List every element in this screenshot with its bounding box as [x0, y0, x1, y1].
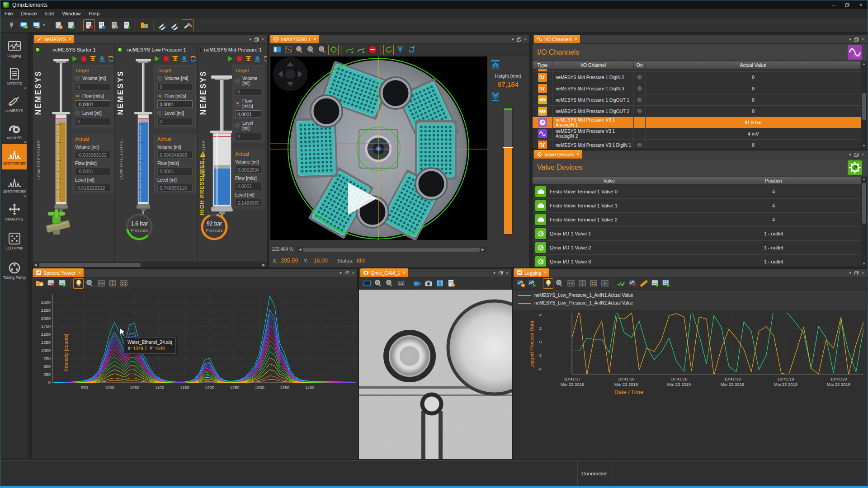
radio-button[interactable] [157, 94, 162, 99]
syr-red-icon[interactable] [169, 19, 181, 31]
table-row[interactable]: Festo Valve Terminal 1 Valve 2 4 [533, 213, 861, 227]
table-row[interactable]: neMESYS Mid Pressure 1 DigIN 2 0 [533, 72, 861, 83]
panel-menu-icon[interactable]: ▾ [493, 271, 495, 275]
on-indicator[interactable] [637, 109, 642, 113]
empty-button[interactable] [254, 55, 261, 62]
close-icon[interactable]: × [862, 152, 864, 157]
valve-table-header[interactable]: ValvePosition [533, 177, 861, 185]
rotate-ccw-icon[interactable] [406, 45, 416, 55]
sidebar-item-led-array[interactable]: LED Array [2, 229, 27, 254]
target-volume-input[interactable] [235, 88, 261, 96]
chart-del-icon[interactable] [627, 278, 637, 289]
restore-button[interactable] [840, 0, 854, 9]
menu-window[interactable]: Window [58, 11, 85, 16]
restore-icon[interactable] [345, 271, 349, 275]
panel-menu-icon[interactable]: ▾ [340, 271, 342, 275]
close-icon[interactable]: × [544, 270, 547, 275]
img-exp-icon[interactable] [57, 278, 67, 289]
table-row[interactable]: Qmix I/O 1 Valve 3 1 - outlet [533, 255, 861, 267]
radio-button[interactable] [235, 79, 240, 84]
table-row[interactable]: 01 neMESYS Mid Pressure 1 DigOUT 2 0 [533, 106, 861, 117]
menu-help[interactable]: Help [85, 11, 104, 16]
close-icon[interactable]: × [524, 37, 527, 42]
fit-all-icon[interactable] [588, 278, 599, 289]
fit-plus-icon[interactable] [599, 278, 610, 289]
close-icon[interactable]: × [78, 270, 81, 275]
tab-camera[interactable]: Qmix_CAM_1× [360, 268, 408, 277]
target-level-input[interactable] [235, 133, 261, 141]
move-down-icon[interactable] [490, 91, 527, 103]
radio-button[interactable] [75, 94, 80, 99]
radio-button[interactable] [75, 76, 80, 81]
valve-vscrollbar[interactable]: ▲▼ [861, 177, 867, 267]
tab-rotaxys360[interactable]: 360rotAXYS360 1× [270, 35, 319, 43]
chart-play-icon[interactable] [527, 278, 537, 289]
sidebar-item-nemaxys[interactable]: neMAXYS [2, 199, 27, 225]
monitor-open-icon[interactable] [31, 19, 42, 31]
play-button[interactable] [71, 55, 79, 62]
play-button[interactable] [226, 55, 234, 62]
fit-h-icon[interactable] [107, 278, 118, 289]
sidebar-item-scripting[interactable]: Scripting [2, 64, 27, 89]
io-vscrollbar[interactable]: ▲▼ [861, 61, 867, 149]
logging-chart[interactable]: 10:41:17 Mai 23 2019 10:41:18 Mai 23 201… [513, 310, 867, 458]
target-flow-input[interactable] [75, 100, 110, 108]
zoom-in-icon[interactable] [306, 45, 316, 55]
doc-green-icon[interactable] [121, 19, 133, 31]
table-row[interactable]: neMESYS Mid Pressure V3 1 AnalogIN 1 91.… [533, 117, 861, 128]
table-row[interactable]: neMESYS Mid Pressure 1 DigIN 3 0 [533, 83, 861, 94]
table-row[interactable]: Qmix I/O 1 Valve 2 1 - outlet [533, 241, 861, 255]
menu-edit[interactable]: Edit [41, 11, 58, 16]
menu-file[interactable]: File [0, 11, 17, 16]
check2-icon[interactable] [616, 278, 626, 289]
sidebar-item-spectroscopy-2[interactable]: Spectroscopy [2, 172, 27, 197]
close-icon[interactable]: × [862, 37, 864, 42]
table-exp-icon[interactable] [661, 278, 671, 289]
rotaxys-hscrollbar[interactable]: ◀▶ [297, 247, 486, 252]
doc-red-icon[interactable] [83, 19, 95, 31]
sync-button[interactable] [107, 55, 115, 62]
refill-button[interactable] [89, 55, 97, 62]
lamp-icon[interactable] [543, 278, 553, 289]
path-add-icon[interactable] [344, 45, 355, 55]
videocam-icon[interactable] [412, 278, 422, 289]
zoom-blue-icon[interactable] [554, 278, 565, 289]
refill-button[interactable] [171, 55, 179, 62]
zoom-in-icon[interactable] [373, 278, 383, 289]
table-row[interactable]: neMESYS Mid Pressure V3 1 AnalogIN 2 4 m… [533, 128, 861, 140]
height-slider[interactable] [504, 108, 513, 235]
tab-valve-devices[interactable]: Valve Devices× [534, 150, 582, 159]
folder-add-icon[interactable] [34, 278, 45, 289]
tab-nemesys[interactable]: neMESYS× [34, 35, 74, 43]
target-volume-input[interactable] [157, 83, 193, 91]
stop-button[interactable] [162, 55, 170, 62]
close-icon[interactable]: × [577, 152, 580, 157]
path-add2-icon[interactable] [356, 45, 366, 55]
menu-device[interactable]: Device [17, 11, 41, 16]
plug-icon[interactable] [5, 19, 17, 31]
sidebar-item-tubing-pump[interactable]: Tubing Pump [2, 258, 27, 283]
table-row[interactable]: 01 neMESYS Mid Pressure 1 DigOUT 1 0 [533, 94, 861, 106]
radio-button[interactable] [157, 111, 162, 116]
zoom-out-icon[interactable] [317, 45, 327, 55]
img-exp-icon[interactable] [650, 278, 660, 289]
doc-blue-icon[interactable] [96, 19, 108, 31]
io-table-header[interactable]: TypeI/O Channel▲OnActual Value [533, 61, 861, 69]
table-row[interactable]: Qmix I/O 1 Valve 1 1 - outlet [533, 227, 861, 241]
move-top-icon[interactable] [395, 45, 405, 55]
rotary-table-view[interactable] [270, 56, 487, 240]
img-del-icon[interactable] [46, 278, 56, 289]
minimize-button[interactable]: – [827, 0, 840, 9]
folder-media-icon[interactable] [139, 19, 151, 31]
target-flow-input[interactable] [235, 110, 261, 118]
table-row[interactable]: neMESYS Mid Pressure V3 1 DigIN 1 0 [533, 140, 861, 149]
wizard-icon[interactable] [182, 19, 193, 31]
marquee-icon[interactable] [283, 45, 293, 55]
on-indicator[interactable] [637, 75, 642, 80]
restore-icon[interactable] [255, 38, 259, 42]
settings-icon[interactable] [446, 278, 456, 289]
sidebar-item-nemesys[interactable]: neMESYS [2, 91, 27, 116]
zoom-out-icon[interactable] [384, 278, 395, 289]
close-icon[interactable]: × [575, 37, 577, 42]
close-button[interactable]: × [854, 0, 868, 9]
